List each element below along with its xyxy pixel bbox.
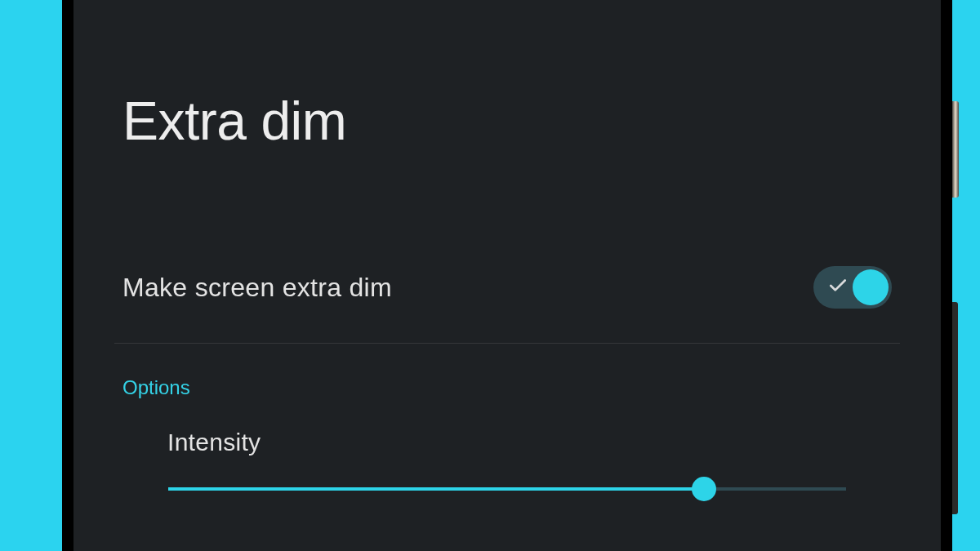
- intensity-slider[interactable]: [114, 487, 900, 491]
- toggle-thumb: [853, 269, 889, 305]
- options-section-header: Options: [114, 376, 900, 399]
- make-screen-extra-dim-row[interactable]: Make screen extra dim: [114, 266, 900, 344]
- slider-thumb[interactable]: [692, 477, 716, 501]
- slider-fill: [168, 487, 704, 491]
- phone-frame: Extra dim Make screen extra dim Options …: [62, 0, 952, 551]
- toggle-label: Make screen extra dim: [122, 273, 392, 303]
- intensity-label: Intensity: [114, 429, 900, 456]
- settings-screen: Extra dim Make screen extra dim Options …: [74, 0, 941, 551]
- slider-track: [168, 487, 846, 491]
- extra-dim-toggle[interactable]: [813, 266, 892, 309]
- page-title: Extra dim: [114, 0, 900, 152]
- power-button[interactable]: [952, 101, 959, 198]
- volume-button[interactable]: [952, 302, 958, 514]
- check-icon: [827, 275, 849, 300]
